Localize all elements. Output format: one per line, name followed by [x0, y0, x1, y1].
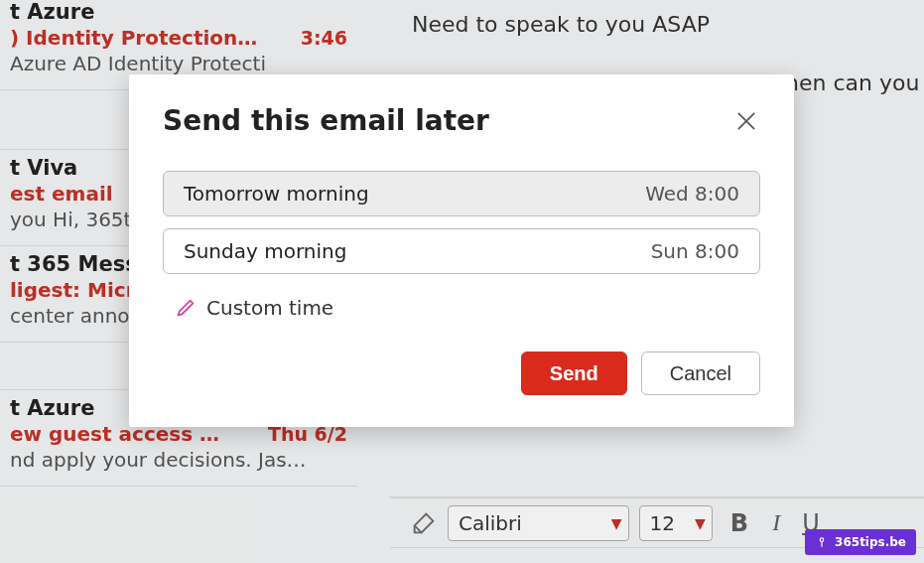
option-label: Sunday morning — [184, 239, 346, 263]
option-label: Tomorrow morning — [184, 182, 369, 206]
send-later-dialog: Send this email later Tomorrow morning W… — [129, 74, 794, 427]
option-time: Wed 8:00 — [645, 182, 739, 206]
option-time: Sun 8:00 — [651, 239, 739, 263]
send-button[interactable]: Send — [521, 352, 627, 395]
schedule-option-sunday[interactable]: Sunday morning Sun 8:00 — [163, 228, 760, 274]
cancel-button[interactable]: Cancel — [641, 352, 760, 395]
custom-time-label: Custom time — [206, 296, 333, 320]
watermark-badge: 365tips.be — [805, 529, 916, 555]
close-button[interactable] — [732, 107, 760, 135]
schedule-option-tomorrow[interactable]: Tomorrow morning Wed 8:00 — [163, 171, 760, 216]
dialog-title: Send this email later — [163, 104, 489, 137]
pencil-icon — [175, 297, 197, 319]
watermark-text: 365tips.be — [835, 535, 906, 549]
svg-point-0 — [820, 538, 824, 542]
custom-time-button[interactable]: Custom time — [175, 296, 760, 320]
